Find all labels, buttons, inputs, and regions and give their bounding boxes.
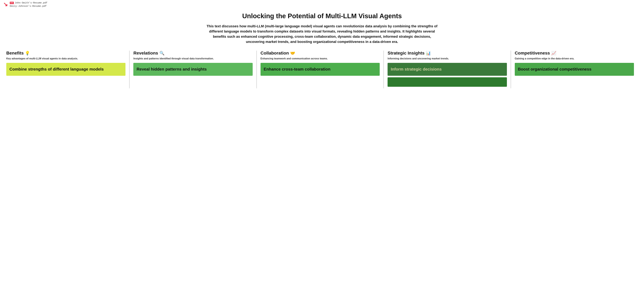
page-title: Unlocking the Potential of Multi-LLM Vis…	[6, 12, 638, 20]
column-title-competitiveness: Competitiveness	[515, 51, 550, 56]
column-collaboration: Collaboration 🤝 Enhancing teamwork and c…	[256, 51, 384, 88]
column-desc-strategic: Informing decisions and uncovering marke…	[388, 57, 507, 60]
file-item-2[interactable]: Emily-Johnson's-Resume.pdf	[10, 5, 47, 7]
column-revelations: Revelations 🔍 Insights and patterns iden…	[129, 51, 256, 88]
column-header-strategic: Strategic Insights 📊	[388, 51, 507, 56]
file-item-1[interactable]: PDF John-Smith's-Resume.pdf	[10, 1, 47, 4]
column-desc-collaboration: Enhancing teamwork and communication acr…	[260, 57, 380, 60]
column-header-benefits: Benefits 💡	[6, 51, 126, 56]
column-competitiveness: Competitiveness 📈 Gaining a competitive …	[511, 51, 638, 88]
card-reveal-hidden: Reveal hidden patterns and insights	[133, 63, 252, 76]
card-boost-competitiveness: Boost organizational competitiveness	[515, 63, 634, 76]
card-combine-strengths: Combine strengths of different language …	[6, 63, 126, 76]
benefits-icon: 💡	[25, 51, 30, 56]
column-desc-benefits: Key advantages of multi-LLM visual agent…	[6, 57, 126, 60]
revelations-icon: 🔍	[160, 51, 164, 56]
file-list: PDF John-Smith's-Resume.pdf Emily-Johnso…	[10, 1, 47, 7]
column-header-collaboration: Collaboration 🤝	[260, 51, 380, 56]
strategic-icon: 📊	[426, 51, 431, 56]
pdf-icon-1: PDF	[10, 2, 14, 4]
collaboration-icon: 🤝	[290, 51, 295, 56]
card-inform-decisions: Inform strategic decisions	[388, 63, 507, 76]
top-bar: ↙ PDF John-Smith's-Resume.pdf Emily-John…	[0, 0, 644, 9]
card-strategic-extra	[388, 77, 507, 87]
column-header-revelations: Revelations 🔍	[133, 51, 252, 56]
file-name-2: Emily-Johnson's-Resume.pdf	[10, 5, 46, 7]
page-description: This text discusses how multi-LLM (multi…	[204, 23, 440, 44]
columns-container: Benefits 💡 Key advantages of multi-LLM v…	[6, 51, 638, 88]
column-desc-revelations: Insights and patterns identified through…	[133, 57, 252, 60]
column-header-competitiveness: Competitiveness 📈	[515, 51, 634, 56]
column-benefits: Benefits 💡 Key advantages of multi-LLM v…	[6, 51, 129, 88]
main-content: Unlocking the Potential of Multi-LLM Vis…	[0, 9, 644, 95]
column-title-benefits: Benefits	[6, 51, 24, 56]
file-name-1: John-Smith's-Resume.pdf	[15, 1, 47, 4]
column-title-revelations: Revelations	[133, 51, 158, 56]
back-arrow-icon[interactable]: ↙	[3, 1, 8, 7]
column-title-collaboration: Collaboration	[260, 51, 289, 56]
column-title-strategic: Strategic Insights	[388, 51, 424, 56]
card-enhance-collaboration: Enhance cross-team collaboration	[260, 63, 380, 76]
column-strategic: Strategic Insights 📊 Informing decisions…	[384, 51, 510, 88]
column-desc-competitiveness: Gaining a competitive edge in the data-d…	[515, 57, 634, 60]
competitiveness-icon: 📈	[551, 51, 556, 56]
